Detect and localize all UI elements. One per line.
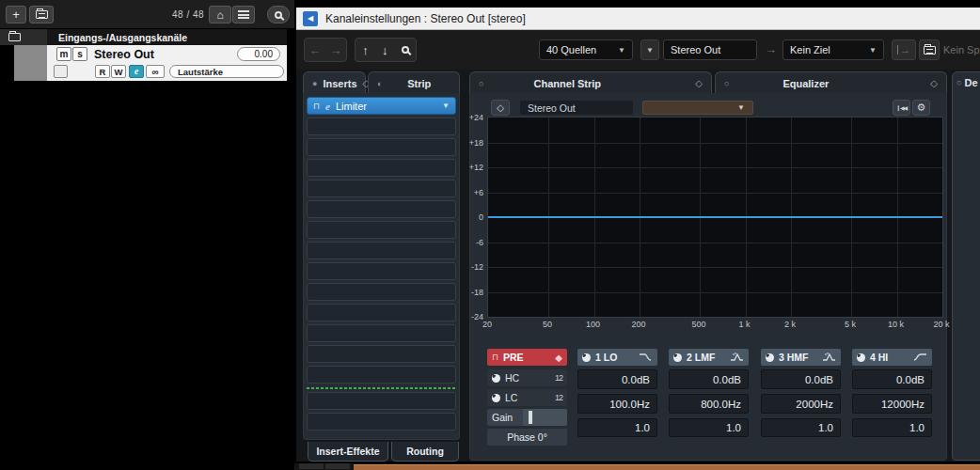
track-name[interactable]: Stereo Out	[94, 48, 154, 61]
track-color-strip[interactable]	[14, 45, 47, 81]
home-button[interactable]: ⌂	[209, 6, 231, 24]
tab-routing[interactable]: Routing	[391, 442, 459, 462]
diamond-icon[interactable]: ◇	[695, 78, 703, 88]
insert-slot-limiter[interactable]: ⊓ e Limiter ▼	[307, 97, 456, 115]
insert-slot-empty[interactable]	[307, 324, 456, 342]
eq-band3-freq[interactable]: 2000Hz	[761, 394, 841, 414]
insert-slot-empty[interactable]	[307, 366, 456, 384]
chevron-down-icon[interactable]: ▼	[442, 102, 450, 110]
search-button[interactable]	[267, 6, 290, 24]
eq-reset-button[interactable]: ❙◀◀	[893, 100, 910, 116]
tab-de[interactable]: ○ De	[953, 72, 980, 88]
edit-channel-button[interactable]: e	[129, 65, 144, 78]
eq-compare-button[interactable]: ◇	[491, 100, 510, 116]
phase-button[interactable]: Phase 0°	[487, 429, 567, 446]
mute-button[interactable]: m	[56, 47, 71, 61]
edit-plugin-icon[interactable]: e	[325, 101, 330, 112]
knob-icon[interactable]	[766, 353, 774, 362]
eq-band1-freq[interactable]: 100.0Hz	[577, 394, 657, 414]
diamond-icon[interactable]: ◆	[555, 352, 562, 363]
insert-slot-empty[interactable]	[307, 283, 456, 301]
next-channel-icon[interactable]: ↓	[382, 43, 388, 57]
bypass-icon[interactable]: ⊓	[313, 102, 320, 111]
record-enable-box[interactable]	[54, 65, 68, 78]
lc-slope-selector[interactable]: 12	[555, 393, 562, 402]
eq-band4-freq[interactable]: 12000Hz	[852, 394, 932, 414]
eq-band2-freq[interactable]: 800.0Hz	[669, 394, 749, 414]
high-cut-row[interactable]: HC 12	[487, 369, 567, 386]
knob-icon[interactable]	[582, 353, 591, 362]
hc-slope-selector[interactable]: 12	[555, 373, 562, 383]
eq-curve-display[interactable]	[487, 117, 943, 318]
folder-cell[interactable]	[0, 29, 47, 45]
add-track-button[interactable]: +	[6, 6, 26, 24]
gain-slider[interactable]	[523, 409, 567, 426]
insert-slot-empty[interactable]	[307, 392, 456, 410]
insert-slot-empty[interactable]	[307, 138, 456, 156]
diamond-icon[interactable]: ◇	[930, 78, 938, 88]
eq-band3-gain[interactable]: 0.0dB	[761, 369, 841, 389]
low-cut-row[interactable]: LC 12	[487, 389, 567, 406]
insert-slot-empty[interactable]	[307, 200, 456, 218]
eq-band3-header[interactable]: 3 HMF	[761, 349, 841, 366]
eq-band1-gain[interactable]: 0.0dB	[577, 369, 657, 389]
insert-slot-empty[interactable]	[307, 345, 456, 363]
insert-slot-empty[interactable]	[307, 221, 456, 239]
section-header[interactable]: Eingangs-/Ausgangskanäle	[47, 29, 287, 45]
eq-band4-gain[interactable]: 0.0dB	[852, 369, 932, 389]
read-automation-button[interactable]: R	[95, 65, 110, 78]
tab-equalizer[interactable]: ○ Equalizer ◇	[715, 71, 947, 94]
sources-extra-dropdown[interactable]: ▼	[640, 39, 659, 60]
tab-strip[interactable]: ◐ Strip	[368, 71, 460, 94]
link-icon[interactable]: ∞	[146, 65, 165, 78]
insert-slot-empty[interactable]	[307, 242, 456, 259]
knob-icon[interactable]	[492, 374, 500, 383]
knob-icon[interactable]	[492, 394, 500, 402]
eq-band1-header[interactable]: 1 LO	[577, 349, 657, 366]
sources-dropdown[interactable]: 40 Quellen ▼	[539, 39, 633, 60]
insert-slot-empty[interactable]	[307, 262, 456, 280]
pre-section-header[interactable]: ⊓ PRE ◆	[487, 349, 567, 366]
prev-channel-icon[interactable]: ↑	[362, 43, 369, 57]
write-automation-button[interactable]: W	[111, 65, 126, 78]
channel-name-field[interactable]: Stereo Out	[663, 39, 757, 60]
insert-slot-empty[interactable]	[307, 180, 456, 197]
eq-band2-q[interactable]: 1.0	[669, 418, 749, 437]
knob-icon[interactable]	[673, 353, 682, 362]
eq-band2-gain[interactable]: 0.0dB	[669, 369, 749, 389]
list-view-button[interactable]	[232, 6, 255, 24]
automation-parameter-field[interactable]: Lautstärke	[169, 65, 284, 78]
insert-slot-empty[interactable]	[307, 118, 456, 135]
eq-preset-dropdown[interactable]: ▼	[642, 101, 753, 115]
eq-curve-line[interactable]	[488, 216, 942, 218]
knob-icon[interactable]	[857, 353, 865, 362]
eq-band2-header[interactable]: 2 LMF	[669, 349, 749, 366]
bypass-icon[interactable]: ⊓	[492, 352, 498, 362]
back-arrow-icon[interactable]: ←	[309, 43, 322, 57]
eq-band1-q[interactable]: 1.0	[577, 418, 657, 437]
tab-channel-strip[interactable]: ○ Channel Strip ◇	[469, 71, 712, 94]
channel-search-icon[interactable]	[402, 46, 409, 54]
direct-routing-button[interactable]: →	[892, 39, 916, 60]
eq-band4-q[interactable]: 1.0	[852, 418, 932, 437]
eq-settings-button[interactable]: ⚙	[912, 100, 930, 116]
eq-band4-header[interactable]: 4 HI	[852, 349, 932, 366]
insert-slot-empty[interactable]	[307, 304, 456, 321]
eq-band3-q[interactable]: 1.0	[761, 418, 841, 437]
gain-row[interactable]: Gain	[487, 409, 567, 426]
track-gain-value[interactable]: 0.00	[237, 47, 280, 61]
insert-slot-empty[interactable]	[307, 413, 456, 431]
eq-preset-field[interactable]: Stereo Out	[520, 101, 633, 115]
back-icon[interactable]: ◀	[303, 11, 318, 26]
solo-button[interactable]: s	[72, 47, 87, 61]
presets-button[interactable]	[29, 6, 54, 24]
window-titlebar[interactable]: ◀ Kanaleinstellungen : Stereo Out [stere…	[296, 8, 980, 30]
tab-insert-effekte[interactable]: Insert-Effekte	[308, 442, 388, 462]
target-dropdown[interactable]: Kein Ziel ▼	[782, 39, 884, 60]
forward-arrow-icon[interactable]: →	[330, 43, 342, 57]
insert-plugin-name: Limiter	[336, 101, 367, 112]
insert-slot-empty[interactable]	[307, 159, 456, 177]
tab-inserts[interactable]: ● Inserts ◇	[303, 71, 366, 94]
layers-button[interactable]	[919, 39, 940, 60]
gain-slider-handle[interactable]	[529, 411, 532, 424]
